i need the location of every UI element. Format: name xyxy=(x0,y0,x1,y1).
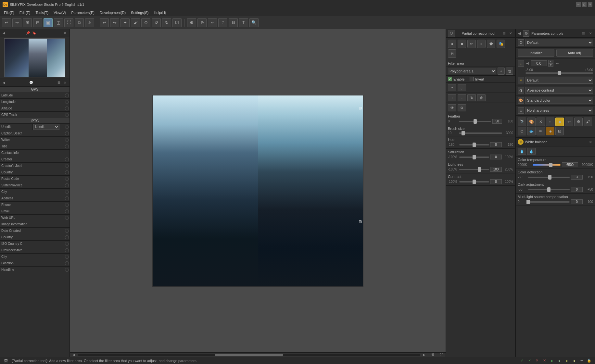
pp-light-value[interactable] xyxy=(490,167,502,172)
rp-exposure-icon[interactable]: ↕ xyxy=(518,60,524,67)
rp-tool-lens[interactable]: 🔭 xyxy=(518,118,526,126)
rp-tool-settings2[interactable]: ⚙ xyxy=(574,118,583,126)
rp-auto-adj-button[interactable]: Auto adj. xyxy=(556,49,593,57)
type-button[interactable]: T xyxy=(239,18,248,27)
pp-view1-btn[interactable]: 👁 xyxy=(448,104,456,111)
pp-sub3-btn[interactable]: ↻ xyxy=(467,94,476,101)
rp-tool-brush2[interactable]: 🖌 xyxy=(584,118,592,126)
rp-exposure-resize[interactable]: ⇔ xyxy=(555,61,560,66)
rp-colordef-thumb[interactable] xyxy=(548,175,551,180)
status-green2-icon[interactable]: ● xyxy=(556,358,563,364)
status-yellow2-icon[interactable]: ● xyxy=(571,358,577,364)
scroll-right-button[interactable]: ▶ xyxy=(422,352,427,357)
rp-multilight-track[interactable] xyxy=(528,201,570,203)
pp-contrast-value[interactable] xyxy=(490,179,502,184)
rp-preset-select[interactable]: Default xyxy=(525,39,593,46)
rp-color-select[interactable]: Standard color xyxy=(525,97,593,104)
pp-contrast-thumb[interactable] xyxy=(473,180,476,184)
rp-tool-fish[interactable]: 🐟 xyxy=(527,127,536,135)
pp-view2-btn[interactable]: ⚙ xyxy=(458,104,466,111)
pp-action2-btn[interactable]: ◌ xyxy=(458,84,466,91)
undo-button[interactable]: ↩ xyxy=(100,18,109,27)
rp-sharpness-select[interactable]: No sharpness xyxy=(525,107,593,114)
panel-bookmark-button[interactable]: 🔖 xyxy=(32,31,37,36)
pp-brush-thumb[interactable] xyxy=(462,131,465,135)
image-viewport[interactable] xyxy=(70,29,446,352)
pp-enable-checkbox[interactable] xyxy=(448,77,452,81)
paint-button[interactable]: ✏ xyxy=(208,18,217,27)
pp-invert-checkbox[interactable] xyxy=(470,77,474,81)
status-yellow1-icon[interactable]: ● xyxy=(563,358,570,364)
export-button[interactable]: ⤴ xyxy=(218,18,227,27)
status-check-icon[interactable]: ✓ xyxy=(519,358,525,364)
pp-pen-tool[interactable]: ✏ xyxy=(467,40,476,48)
pp-feather-thumb[interactable] xyxy=(474,119,477,124)
panel-close-button[interactable]: ✕ xyxy=(62,31,68,36)
close-button[interactable]: ✕ xyxy=(588,2,592,7)
menu-tools[interactable]: Tools(T) xyxy=(33,10,51,15)
rp-colordef-track[interactable] xyxy=(528,177,570,178)
rp-initialize-button[interactable]: Initialize xyxy=(518,49,554,57)
brush-tool-button[interactable]: 🖌 xyxy=(131,18,140,27)
panel-pin-button[interactable]: 📌 xyxy=(25,31,31,36)
rp-colordef-value[interactable] xyxy=(571,175,583,180)
pp-filter-del-icon[interactable]: 🗑 xyxy=(506,68,513,75)
rp-close-button[interactable]: ✕ xyxy=(588,31,593,36)
pp-feather-value[interactable] xyxy=(492,119,502,124)
rp-ct-track[interactable] xyxy=(533,164,561,166)
minimize-button[interactable]: ─ xyxy=(576,2,581,7)
pp-circle-tool[interactable]: ● xyxy=(448,40,456,48)
pp-light-thumb[interactable] xyxy=(478,167,481,172)
warning-button[interactable]: ⚠ xyxy=(85,18,94,27)
pp-hue-value[interactable] xyxy=(490,142,502,147)
status-undo-icon[interactable]: ↩ xyxy=(578,358,585,364)
panel-prev[interactable]: ◀ xyxy=(2,31,6,35)
iptc-unedit-select[interactable]: Unedit xyxy=(33,124,59,130)
rp-tool-undo2[interactable]: ↩ xyxy=(565,118,573,126)
info-prev[interactable]: ◀ xyxy=(2,80,6,85)
split-view-button[interactable]: ◫ xyxy=(54,18,63,27)
panel-menu-button[interactable]: ☰ xyxy=(56,31,61,36)
menu-parameters[interactable]: Parameters(P) xyxy=(69,10,97,15)
status-lock-icon[interactable]: 🔒 xyxy=(586,358,592,364)
rp-wb-expand-button[interactable]: ✕ xyxy=(588,139,593,144)
rp-multilight-thumb[interactable] xyxy=(526,200,530,204)
rp-contrast-icon[interactable]: ◑ xyxy=(518,87,524,94)
rp-exposure-down[interactable]: ▼ xyxy=(548,63,553,67)
pp-sub2-btn[interactable]: - xyxy=(458,94,466,101)
pp-menu-button[interactable]: ☰ xyxy=(502,31,507,36)
rp-contrast-select[interactable]: Average contrast xyxy=(525,87,593,94)
pp-feather-track[interactable] xyxy=(459,121,491,122)
rp-sharpness-icon[interactable]: ◇ xyxy=(518,107,524,114)
rp-preset-gear[interactable]: ⚙ xyxy=(518,39,524,46)
rp-wb-dropper1[interactable]: 💧 xyxy=(518,148,526,155)
pp-mask-icon[interactable]: 🎭 xyxy=(497,40,505,48)
status-x2-icon[interactable]: ✕ xyxy=(541,358,548,364)
pp-filter-add-icon[interactable]: + xyxy=(498,68,505,75)
handle-bottomleft[interactable] xyxy=(154,220,157,223)
rp-tool-cross[interactable]: ✕ xyxy=(537,118,545,126)
menu-view[interactable]: View(V) xyxy=(51,10,69,15)
rp-tool-diamond[interactable]: ◈ xyxy=(546,127,554,135)
pp-sub1-btn[interactable]: + xyxy=(448,94,456,101)
pp-filter-select[interactable]: Polygon area 1 xyxy=(448,68,496,74)
rp-tool-transform[interactable]: ↔ xyxy=(546,118,554,126)
maximize-button[interactable]: □ xyxy=(582,2,587,7)
rp-multilight-value[interactable] xyxy=(571,199,583,204)
info-close-button[interactable]: ✕ xyxy=(62,80,68,85)
iptc-unedit-value[interactable]: Unedit xyxy=(32,124,65,130)
pp-sat-track[interactable] xyxy=(459,157,489,158)
info-menu-button[interactable]: ☰ xyxy=(56,80,61,85)
pp-hue-thumb[interactable] xyxy=(473,143,476,147)
rp-color-icon[interactable]: 🎨 xyxy=(518,97,524,104)
pp-hue-track[interactable] xyxy=(459,144,489,145)
grid-view-button[interactable]: ⊞ xyxy=(23,18,32,27)
horizontal-scrollthumb[interactable] xyxy=(215,354,283,356)
rp-exposure-up[interactable]: ▲ xyxy=(548,60,553,63)
auto-button[interactable]: ✦ xyxy=(120,18,130,27)
search-button[interactable]: 🔍 xyxy=(249,18,259,27)
rp-wb-dropper2[interactable]: 💧 xyxy=(527,148,536,155)
rp-tool-crop[interactable]: ⊡ xyxy=(555,127,564,135)
rotate-cw-button[interactable]: ↻ xyxy=(162,18,171,27)
rp-ct-value[interactable] xyxy=(562,162,578,167)
